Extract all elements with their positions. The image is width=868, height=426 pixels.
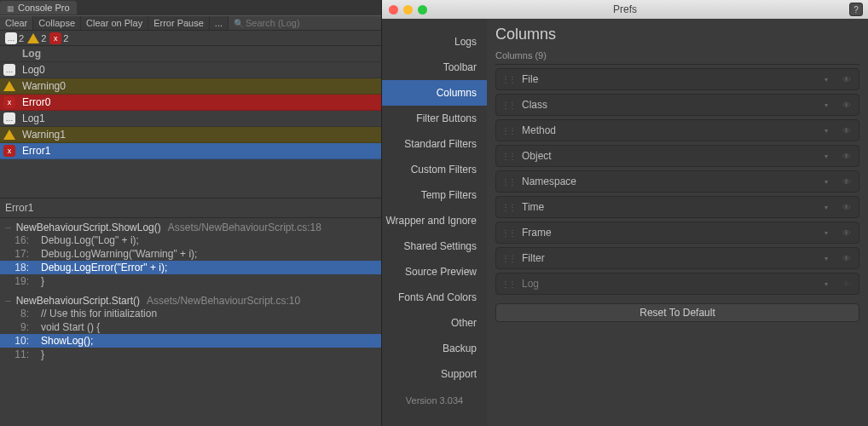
visibility-toggle-icon[interactable]: 👁 (840, 152, 854, 161)
stack-frame[interactable]: NewBehaviourScript.ShowLog()Assets/NewBe… (0, 218, 381, 291)
visibility-toggle-icon[interactable]: 👁 (840, 203, 854, 212)
warn-icon (27, 33, 39, 43)
dropdown-icon[interactable]: ▾ (825, 255, 833, 262)
frame-method: NewBehaviourScript.Start() (16, 295, 140, 307)
code-text: Debug.LogError("Error" + i); (41, 262, 167, 273)
drag-handle-icon[interactable]: ⋮⋮ (501, 177, 515, 187)
help-button[interactable]: ? (849, 3, 863, 16)
page-title: Columns (495, 26, 859, 43)
log-row[interactable]: Warning0 (0, 78, 381, 95)
code-line[interactable]: 10: ShowLog(); (0, 334, 381, 348)
log-row[interactable]: xError1 (0, 143, 381, 159)
line-number: 16: (5, 234, 29, 246)
visibility-toggle-icon[interactable]: 👁 (840, 279, 854, 289)
dropdown-icon[interactable]: ▾ (825, 76, 833, 83)
line-number: 11: (5, 348, 29, 360)
code-line[interactable]: 18:Debug.LogError("Error" + i); (0, 261, 381, 274)
code-line[interactable]: 11:} (0, 348, 381, 361)
warn-icon (3, 81, 15, 91)
drag-handle-icon[interactable]: ⋮⋮ (501, 228, 515, 238)
visibility-toggle-icon[interactable]: 👁 (840, 177, 854, 187)
sidebar-item-logs[interactable]: Logs (382, 29, 487, 55)
dropdown-icon[interactable]: ▾ (825, 280, 833, 288)
version-label: Version 3.034 (382, 395, 487, 406)
log-row[interactable]: Warning1 (0, 127, 381, 143)
code-text: ShowLog(); (41, 335, 93, 347)
visibility-toggle-icon[interactable]: 👁 (840, 75, 854, 84)
dropdown-icon[interactable]: ▾ (825, 178, 833, 186)
dropdown-icon[interactable]: ▾ (825, 229, 833, 237)
log-row[interactable]: xError0 (0, 95, 381, 111)
clear-on-play-button[interactable]: Clear on Play (81, 16, 148, 30)
sidebar-item-temp-filters[interactable]: Temp Filters (382, 182, 487, 208)
code-line[interactable]: 16:Debug.Log("Log" + i); (0, 233, 381, 247)
visibility-toggle-icon[interactable]: 👁 (840, 101, 854, 110)
error-icon: x (3, 96, 15, 108)
sidebar-item-filter-buttons[interactable]: Filter Buttons (382, 106, 487, 131)
search-input[interactable]: Search (Log) (234, 18, 300, 28)
sidebar-item-source-preview[interactable]: Source Preview (382, 259, 487, 285)
sidebar-item-other[interactable]: Other (382, 310, 487, 336)
drag-handle-icon[interactable]: ⋮⋮ (501, 152, 515, 161)
column-label: Log (522, 278, 818, 290)
column-row-object[interactable]: ⋮⋮Object▾👁 (495, 145, 859, 167)
log-icon: … (3, 112, 15, 124)
sidebar-item-wrapper-and-ignore[interactable]: Wrapper and Ignore (382, 208, 487, 233)
column-row-time[interactable]: ⋮⋮Time▾👁 (495, 196, 859, 218)
code-line[interactable]: 9:void Start () { (0, 320, 381, 334)
column-row-method[interactable]: ⋮⋮Method▾👁 (495, 119, 859, 141)
log-row[interactable]: …Log1 (0, 111, 381, 127)
visibility-toggle-icon[interactable]: 👁 (840, 126, 854, 135)
drag-handle-icon[interactable]: ⋮⋮ (501, 203, 515, 212)
sidebar-item-support[interactable]: Support (382, 361, 487, 387)
column-row-file[interactable]: ⋮⋮File▾👁 (495, 68, 859, 90)
stack-frame[interactable]: NewBehaviourScript.Start()Assets/NewBeha… (0, 291, 381, 365)
dropdown-icon[interactable]: ▾ (825, 101, 833, 109)
log-icon: … (3, 64, 15, 76)
console-pane: Console Pro Clear Collapse Clear on Play… (0, 0, 382, 426)
column-row-frame[interactable]: ⋮⋮Frame▾👁 (495, 222, 859, 244)
sidebar-item-columns[interactable]: Columns (382, 80, 487, 106)
console-tab[interactable]: Console Pro (0, 1, 77, 14)
code-line[interactable]: 19:} (0, 274, 381, 288)
frame-path: Assets/NewBehaviourScript.cs:18 (168, 222, 321, 233)
code-line[interactable]: 17:Debug.LogWarning("Warning" + i); (0, 247, 381, 261)
dropdown-icon[interactable]: ▾ (825, 153, 833, 160)
column-row-namespace[interactable]: ⋮⋮Namespace▾👁 (495, 170, 859, 193)
frame-method: NewBehaviourScript.ShowLog() (16, 222, 161, 233)
sidebar-item-standard-filters[interactable]: Standard Filters (382, 131, 487, 157)
log-count[interactable]: …2 (5, 32, 24, 44)
code-line[interactable]: 8:// Use this for initialization (0, 307, 381, 320)
reset-to-default-button[interactable]: Reset To Default (495, 303, 859, 322)
column-row-log[interactable]: ⋮⋮Log▾👁 (495, 273, 859, 295)
clear-button[interactable]: Clear (0, 16, 33, 30)
sidebar-item-fonts-and-colors[interactable]: Fonts And Colors (382, 285, 487, 310)
column-row-class[interactable]: ⋮⋮Class▾👁 (495, 94, 859, 116)
error-pause-button[interactable]: Error Pause (148, 16, 210, 30)
dropdown-icon[interactable]: ▾ (825, 204, 833, 211)
visibility-toggle-icon[interactable]: 👁 (840, 254, 854, 263)
warn-count[interactable]: 2 (27, 33, 46, 43)
more-button[interactable]: ... (210, 16, 229, 30)
drag-handle-icon[interactable]: ⋮⋮ (501, 101, 515, 110)
column-row-filter[interactable]: ⋮⋮Filter▾👁 (495, 247, 859, 269)
error-icon: x (49, 32, 61, 44)
sidebar-item-custom-filters[interactable]: Custom Filters (382, 157, 487, 182)
code-text: } (41, 275, 44, 287)
drag-handle-icon[interactable]: ⋮⋮ (501, 75, 515, 84)
sidebar-item-shared-settings[interactable]: Shared Settings (382, 233, 487, 259)
drag-handle-icon[interactable]: ⋮⋮ (501, 279, 515, 289)
sidebar-item-toolbar[interactable]: Toolbar (382, 55, 487, 80)
drag-handle-icon[interactable]: ⋮⋮ (501, 126, 515, 135)
visibility-toggle-icon[interactable]: 👁 (840, 228, 854, 238)
dropdown-icon[interactable]: ▾ (825, 127, 833, 135)
err-count[interactable]: x2 (49, 32, 68, 44)
column-label: File (522, 73, 818, 85)
detail-title: Error1 (0, 199, 381, 218)
drag-handle-icon[interactable]: ⋮⋮ (501, 254, 515, 263)
log-row[interactable]: …Log0 (0, 62, 381, 78)
sidebar-item-backup[interactable]: Backup (382, 336, 487, 361)
prefs-titlebar[interactable]: Prefs ? (382, 0, 868, 19)
collapse-button[interactable]: Collapse (33, 16, 81, 30)
column-header[interactable]: Log (0, 46, 381, 62)
